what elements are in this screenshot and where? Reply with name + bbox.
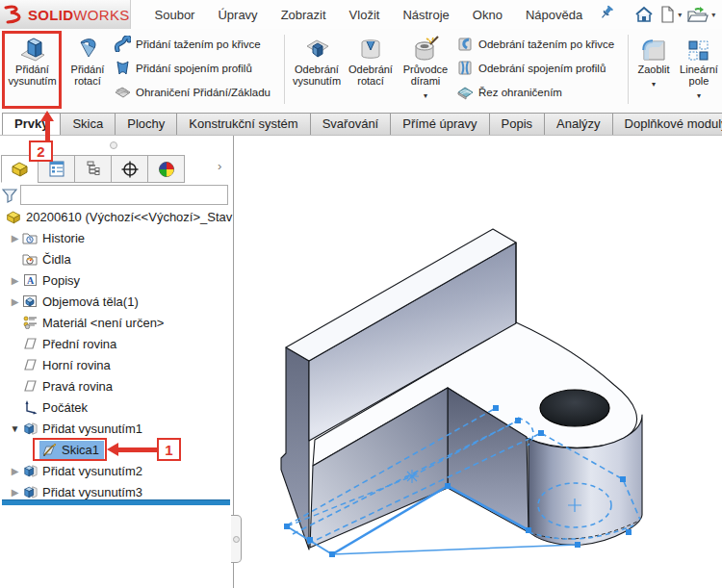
tab-konstrukcni-system[interactable]: Konstrukční systém: [176, 113, 310, 135]
home-button[interactable]: [632, 4, 657, 25]
tree-item-objemova-tela[interactable]: ▶ Objemová těla(1): [0, 291, 233, 312]
swept-boss-label: Přidání tažením po křivce: [136, 38, 261, 50]
history-folder-icon: [21, 231, 39, 244]
boundary-cut-label: Řez ohraničením: [478, 87, 562, 98]
tab-doplnkove-moduly[interactable]: Doplňkové moduly SOLIDWORKS: [612, 113, 722, 135]
cut-revolve-label: Odebrání rotací: [345, 64, 397, 87]
tab-analyzy[interactable]: Analýzy: [544, 113, 613, 135]
new-document-button[interactable]: ▾: [657, 4, 684, 25]
tab-popis[interactable]: Popis: [489, 113, 546, 135]
annotations-folder-icon: A: [21, 273, 39, 287]
solid-bodies-folder-icon: [21, 294, 39, 308]
graphics-viewport[interactable]: [234, 136, 722, 588]
annotation-label-step1: 1: [157, 438, 181, 461]
open-icon: [687, 6, 709, 23]
panel-splitter-dot[interactable]: [110, 141, 117, 149]
linear-pattern-button[interactable]: Lineární pole ▾: [677, 33, 721, 102]
annotation-arrow-step1: [118, 447, 157, 452]
ribbon-separator: [628, 35, 629, 104]
extrude-feature-icon: [21, 422, 39, 436]
swept-cut-label: Odebrání tažením po křivce: [478, 38, 614, 50]
dropdown-caret-icon[interactable]: ▾: [400, 90, 451, 102]
pin-menu-icon[interactable]: [599, 5, 614, 24]
lofted-boss-button[interactable]: Přidání spojením profilů: [115, 60, 252, 76]
tree-item-cidla[interactable]: Čidla: [0, 248, 233, 269]
annotation-label-step2: 2: [29, 141, 53, 162]
tree-item-prava-rovina[interactable]: Pravá rovina: [0, 375, 233, 396]
hole-wizard-label: Průvodce dírami: [400, 64, 451, 87]
tree-item-popisy[interactable]: ▶ A Popisy: [0, 269, 233, 291]
save-button[interactable]: ▾: [718, 4, 722, 25]
tree-item-pocatek[interactable]: Počátek: [0, 396, 233, 418]
annotation-box-step1: [33, 438, 107, 461]
lofted-boss-icon: [115, 60, 131, 76]
plane-icon: [21, 337, 39, 350]
swept-boss-button[interactable]: Přidání tažením po křivce: [115, 36, 261, 52]
tree-item-historie[interactable]: ▶ Historie: [0, 227, 233, 248]
main-menu: Soubor Úpravy Zobrazit Vložit Nástroje O…: [144, 3, 594, 27]
menu-napoveda[interactable]: Nápověda: [515, 3, 593, 27]
displaymanager-tab[interactable]: [147, 155, 185, 183]
tab-prime-upravy[interactable]: Přímé úpravy: [390, 113, 489, 135]
swept-cut-button[interactable]: Odebrání tažením po křivce: [457, 36, 614, 52]
cut-extrude-button[interactable]: Odebrání vysunutím: [290, 33, 344, 87]
tree-item-horni-rovina[interactable]: Horní rovina: [0, 354, 233, 375]
dimxpertmanager-tab[interactable]: [111, 155, 148, 183]
dropdown-caret-icon[interactable]: ▾: [677, 90, 721, 102]
plane-icon: [21, 379, 39, 393]
expand-icon[interactable]: ▶: [9, 487, 21, 498]
panel-expand-icon[interactable]: ›: [218, 159, 221, 173]
displaymanager-icon: [158, 161, 175, 178]
menu-vlozit[interactable]: Vložit: [339, 3, 391, 27]
annotation-box-step2: [2, 31, 62, 109]
dropdown-caret-icon[interactable]: ▾: [678, 11, 682, 19]
expand-icon[interactable]: ▶: [9, 466, 21, 476]
fillet-button[interactable]: Zaoblit ▾: [632, 33, 675, 90]
tree-item-material[interactable]: Materiál <není určen>: [0, 312, 233, 333]
brand-text: SOLIDWORKS: [28, 7, 130, 23]
menu-okno[interactable]: Okno: [462, 3, 513, 27]
expand-icon[interactable]: ▼: [9, 423, 21, 434]
splitter-dot-icon: [233, 536, 240, 543]
tree-filter-input[interactable]: [20, 185, 228, 205]
annotation-arrow-step2: [45, 120, 50, 141]
tab-svarovani[interactable]: Svařování: [310, 113, 392, 135]
hole-wizard-button[interactable]: Průvodce dírami ▾: [400, 33, 451, 102]
menu-upravy[interactable]: Úpravy: [207, 3, 268, 27]
tree-item-predni-rovina[interactable]: Přední rovina: [0, 333, 233, 354]
lofted-cut-button[interactable]: Odebrání spojením profilů: [457, 60, 606, 76]
command-ribbon: Přidání vysunutím Přidání rotací Přidání…: [0, 29, 722, 113]
boundary-cut-button[interactable]: Řez ohraničením: [457, 84, 562, 100]
model-canvas: [234, 136, 722, 588]
tree-item-pridat-vysunutim2[interactable]: ▶ Přidat vysunutím2: [0, 460, 233, 481]
menu-bar: SOLIDWORKS Soubor Úpravy Zobrazit Vložit…: [0, 0, 722, 30]
expand-icon[interactable]: ▶: [9, 275, 21, 286]
tree-item-pridat-vysunutim1[interactable]: ▼ Přidat vysunutím1: [0, 418, 233, 439]
dropdown-caret-icon[interactable]: ▾: [632, 79, 675, 90]
home-icon: [634, 6, 654, 23]
panel-splitter-handle[interactable]: [231, 515, 242, 563]
expand-icon[interactable]: ▶: [9, 296, 21, 307]
cut-revolve-button[interactable]: Odebrání rotací: [345, 33, 397, 87]
rollback-bar[interactable]: [2, 499, 230, 505]
configurationmanager-tab[interactable]: [74, 155, 112, 183]
open-document-button[interactable]: ▾: [684, 4, 718, 25]
tab-skica[interactable]: Skica: [60, 113, 116, 135]
solidworks-logo: SOLIDWORKS: [0, 0, 131, 29]
boundary-boss-label: Ohraničení Přidání/Základu: [136, 87, 271, 98]
tab-plochy[interactable]: Plochy: [115, 113, 177, 135]
menu-nastroje[interactable]: Nástroje: [392, 3, 459, 27]
svg-text:A: A: [26, 275, 34, 286]
filter-funnel-icon: [2, 188, 17, 203]
dropdown-caret-icon[interactable]: ▾: [711, 11, 715, 19]
menu-zobrazit[interactable]: Zobrazit: [271, 3, 337, 27]
model-hole: [540, 390, 609, 426]
tree-root-label: 20200610 (Výchozí<<Výchozí>_Stav zob: [26, 210, 233, 224]
tree-root-part[interactable]: 20200610 (Výchozí<<Výchozí>_Stav zob: [0, 206, 233, 227]
lofted-cut-icon: [457, 60, 474, 76]
menu-soubor[interactable]: Soubor: [144, 3, 206, 27]
expand-icon[interactable]: ▶: [9, 233, 21, 243]
revolve-boss-button[interactable]: Přidání rotací: [64, 33, 112, 87]
boundary-boss-button[interactable]: Ohraničení Přidání/Základu: [115, 84, 271, 100]
swept-boss-icon: [115, 36, 131, 52]
